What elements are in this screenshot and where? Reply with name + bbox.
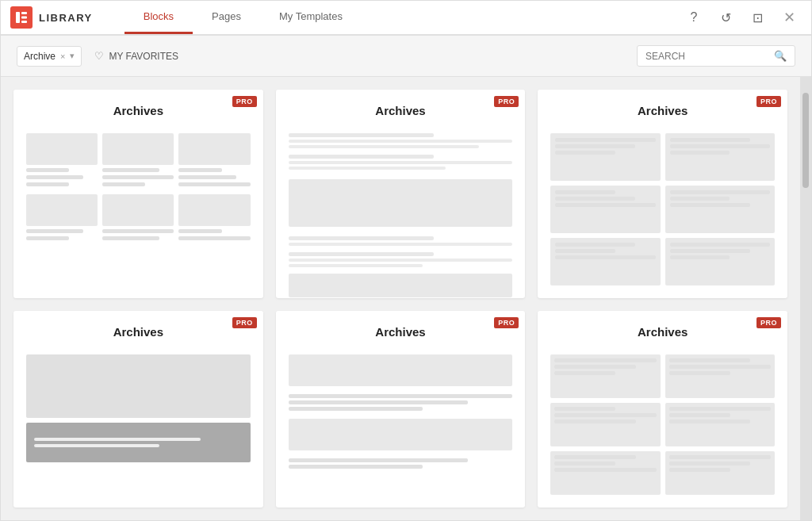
filter-clear-icon[interactable]: × [60,52,65,61]
preview-card5 [289,354,513,469]
preview-line [289,400,468,404]
search-input[interactable] [645,51,768,62]
scrollbar-track[interactable] [800,77,811,520]
card-preview-3 [538,127,787,298]
card-archives-2[interactable]: PRO Archives [276,90,526,298]
preview-line [669,371,730,375]
close-button[interactable]: ✕ [779,8,799,27]
preview-line [669,462,751,465]
card6-cell [665,354,775,398]
card-archives-5[interactable]: PRO Archives [276,311,526,508]
preview-line [554,462,615,465]
card-title-5: Archives [276,311,526,348]
preview-line [669,358,751,362]
preview-line [669,365,771,369]
preview-row [289,354,513,386]
preview-img-short [289,274,513,297]
grid-cell [665,186,775,233]
card6-cell [665,451,775,495]
pro-badge: PRO [494,96,519,107]
svg-rect-1 [21,12,27,14]
preview-img [102,133,174,165]
library-window: LIBRARY Blocks Pages My Templates ? ↺ ⊡ … [0,0,812,521]
preview-lines [289,394,513,411]
preview-line [102,175,174,179]
preview-line [178,175,236,179]
preview-line [670,197,730,201]
list-item [289,155,513,170]
card-archives-6[interactable]: PRO Archives [538,311,787,508]
preview-line [554,413,656,417]
elementor-logo-icon [10,6,33,29]
preview-img [26,194,98,226]
preview-img-tall [289,179,513,227]
card-archives-1[interactable]: PRO Archives [13,90,263,298]
preview-line [669,419,751,423]
preview-line [555,249,615,253]
preview-line [555,138,655,142]
preview-item [102,133,174,186]
card-title-2: Archives [276,90,526,127]
preview-item [102,194,174,240]
preview-line [669,455,771,459]
svg-rect-3 [21,21,27,23]
preview-line [555,190,615,194]
tab-my-templates[interactable]: My Templates [260,1,362,34]
preview-grid-3col-2 [26,194,251,240]
preview-line [669,413,730,417]
preview-list [289,133,513,297]
tab-blocks[interactable]: Blocks [124,1,193,34]
preview-line [555,203,655,207]
card-preview-1 [13,127,263,253]
preview-item [26,133,98,186]
card6-cell [550,354,660,398]
tabs-nav: Blocks Pages My Templates [124,1,672,34]
card-preview-4 [13,348,263,475]
scrollbar-thumb[interactable] [802,93,809,188]
pro-badge: PRO [494,317,519,328]
preview-line [289,465,423,469]
header: LIBRARY Blocks Pages My Templates ? ↺ ⊡ … [1,1,811,36]
preview-line [289,264,423,267]
main-content: PRO Archives [1,77,811,520]
filter-label: Archive [24,51,56,62]
preview-line [289,259,513,262]
preview-line [670,190,770,194]
preview-line [554,407,615,411]
preview-card6 [550,354,775,495]
preview-img [178,133,250,165]
list-item [289,252,513,267]
pro-badge: PRO [756,317,781,328]
preview-item [178,133,250,186]
preview-line [178,229,221,233]
favorites-button[interactable]: ♡ MY FAVORITES [94,50,178,62]
tab-pages[interactable]: Pages [193,1,260,34]
svg-rect-0 [16,12,20,23]
card-preview-2 [276,127,526,298]
preview-line [670,203,750,207]
preview-line [289,140,513,143]
card-archives-4[interactable]: PRO Archives [13,311,263,508]
refresh-button[interactable]: ↺ [716,8,735,27]
logo-area: LIBRARY [10,6,93,29]
card-preview-6 [538,348,787,508]
card-title-4: Archives [13,311,263,348]
preview-line [289,133,435,137]
preview-line [289,394,513,398]
help-button[interactable]: ? [684,8,703,27]
preview-line [26,236,69,240]
preview-line [289,145,479,148]
card-archives-3[interactable]: PRO Archives [538,90,787,298]
filter-dropdown[interactable]: Archive × ▾ [17,46,82,67]
preview-big-img [26,354,251,418]
pro-badge: PRO [232,96,257,107]
preview-white-line [34,444,159,447]
save-button[interactable]: ⊡ [748,8,767,27]
preview-line [289,167,446,170]
preview-line [178,236,250,240]
search-area: 🔍 [637,45,795,67]
logo-svg [14,10,29,25]
preview-line [289,458,468,462]
card-title-6: Archives [538,311,787,348]
card-title-3: Archives [538,90,787,127]
